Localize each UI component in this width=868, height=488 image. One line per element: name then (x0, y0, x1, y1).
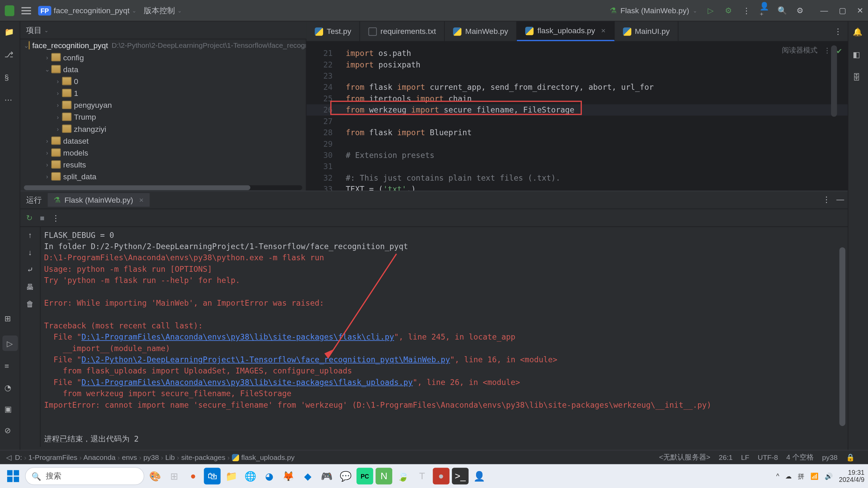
code-content[interactable]: import os.pathimport posixpath from flas… (346, 48, 826, 191)
tree-row[interactable]: ›Trump (20, 111, 306, 123)
run-button[interactable]: ▷ (706, 6, 715, 15)
more-tool-icon[interactable]: ⋯ (4, 95, 15, 106)
status-eol[interactable]: LF (741, 453, 749, 462)
taskbar-app5-icon[interactable]: 🍃 (395, 468, 411, 484)
taskbar-widgets-icon[interactable]: 🎨 (147, 468, 163, 484)
editor-tab[interactable]: MainWeb.py (445, 21, 517, 41)
tree-row[interactable]: ›0 (20, 75, 306, 87)
breadcrumb-item[interactable]: Lib (165, 453, 175, 462)
nav-back-icon[interactable]: ◁ (6, 453, 12, 462)
status-interpreter[interactable]: py38 (822, 453, 838, 462)
project-tree[interactable]: ⌄ face_recognition_pyqt D:\2-Python\2-De… (20, 39, 307, 191)
scroll-down-icon[interactable]: ↓ (28, 248, 32, 257)
services-icon[interactable]: ≡ (4, 362, 15, 372)
taskbar-store-icon[interactable]: 🛍 (204, 468, 220, 484)
project-tool-icon[interactable]: 📁 (4, 27, 15, 38)
expand-icon[interactable]: › (54, 78, 62, 84)
traceback-link[interactable]: D:\2-Python\2-DeepLearningProject\1-Tens… (81, 355, 450, 364)
taskbar-app3-icon[interactable]: 🎮 (318, 468, 335, 484)
taskbar-pycharm-icon[interactable]: PC (356, 468, 373, 484)
expand-icon[interactable]: › (54, 102, 62, 108)
analysis-ok-icon[interactable]: ✔ (837, 46, 842, 55)
close-icon[interactable]: × (601, 26, 606, 35)
taskbar-chrome-icon[interactable]: 🌐 (242, 468, 259, 484)
expand-icon[interactable]: › (43, 173, 52, 180)
taskbar-wechat-icon[interactable]: 💬 (337, 468, 354, 484)
more-icon[interactable]: ⋮ (742, 6, 751, 15)
stop-button[interactable]: ■ (40, 213, 45, 222)
run-panel-hide-icon[interactable]: — (836, 195, 844, 204)
editor-vscroll[interactable] (831, 45, 837, 188)
breadcrumb-item[interactable]: py38 (143, 453, 159, 462)
lock-icon[interactable]: 🔒 (846, 453, 855, 462)
problems-icon[interactable]: ⊘ (4, 426, 15, 437)
tree-row[interactable]: ›split_data (20, 170, 306, 182)
tray-network-icon[interactable]: 📶 (810, 472, 819, 480)
breadcrumb-item[interactable]: D: (15, 453, 22, 462)
tree-row[interactable]: ›models (20, 147, 306, 159)
breadcrumb-item[interactable]: 1-ProgramFiles (28, 453, 77, 462)
status-indent[interactable]: 4 个空格 (786, 452, 814, 463)
vcs-menu[interactable]: 版本控制 ⌄ (144, 5, 182, 16)
hamburger-icon[interactable] (21, 6, 31, 15)
close-icon[interactable]: × (139, 196, 143, 204)
taskbar-terminal-icon[interactable]: >_ (452, 468, 469, 484)
minimize-button[interactable]: — (820, 6, 828, 15)
python-packages-icon[interactable]: ⊞ (4, 314, 15, 325)
start-button[interactable] (4, 467, 23, 486)
editor-tab[interactable]: flask_uploads.py× (517, 21, 614, 41)
expand-icon[interactable]: › (54, 114, 62, 120)
structure-tool-icon[interactable]: § (4, 73, 15, 84)
breadcrumb-item[interactable]: site-packages (181, 453, 225, 462)
python-console-icon[interactable]: ◔ (4, 383, 15, 394)
commit-tool-icon[interactable]: ⎇ (4, 50, 15, 61)
expand-icon[interactable]: › (54, 90, 62, 96)
database-icon[interactable]: 🗄 (853, 73, 864, 84)
close-button[interactable]: ✕ (857, 6, 863, 15)
tree-row[interactable]: ⌄data (20, 63, 306, 75)
run-config-selector[interactable]: ⚗ Flask (MainWeb.py) ⌄ (610, 6, 697, 15)
expand-icon[interactable]: › (54, 125, 62, 132)
status-position[interactable]: 26:1 (719, 453, 733, 462)
tree-root[interactable]: ⌄ face_recognition_pyqt D:\2-Python\2-De… (20, 39, 306, 51)
print-icon[interactable]: 🖶 (26, 282, 34, 291)
editor-tab[interactable]: MainUI.py (614, 21, 678, 41)
tree-hscroll[interactable] (24, 185, 302, 190)
taskbar-app7-icon[interactable]: ● (433, 468, 449, 484)
breadcrumb-item[interactable]: flask_uploads.py (232, 453, 294, 462)
tree-row[interactable]: ›dataset (20, 135, 306, 146)
taskbar-search[interactable]: 🔍 搜索 (25, 467, 144, 485)
debug-button[interactable]: ⚙ (724, 6, 733, 15)
expand-icon[interactable]: › (43, 149, 52, 156)
taskbar-taskview-icon[interactable]: ⊞ (166, 468, 182, 484)
terminal-icon[interactable]: ▣ (4, 405, 15, 415)
status-encoding[interactable]: UTF-8 (758, 453, 778, 462)
taskbar-app-icon[interactable]: ● (185, 468, 201, 484)
code-with-me-icon[interactable]: 👤⁺ (760, 6, 769, 15)
ai-assist-icon[interactable]: ◧ (853, 50, 864, 61)
project-selector[interactable]: FP face_recognition_pyqt ⌄ (38, 6, 137, 15)
tray-volume-icon[interactable]: 🔊 (825, 472, 833, 480)
taskbar-edge-icon[interactable]: ◕ (261, 468, 278, 484)
taskbar-app2-icon[interactable]: ◆ (299, 468, 316, 484)
run-tool-icon[interactable]: ▷ (2, 336, 18, 351)
expand-icon[interactable]: › (43, 137, 52, 144)
run-more-icon[interactable]: ⋮ (52, 213, 60, 222)
taskbar-app6-icon[interactable]: T (414, 468, 430, 484)
settings-icon[interactable]: ⚙ (795, 6, 805, 15)
rerun-button[interactable]: ↻ (26, 213, 33, 222)
maximize-button[interactable]: ▢ (839, 6, 846, 15)
taskbar-firefox-icon[interactable]: 🦊 (280, 468, 297, 484)
taskbar-app4-icon[interactable]: N (376, 468, 392, 484)
breadcrumb-item[interactable]: Anaconda (83, 453, 116, 462)
scroll-up-icon[interactable]: ↑ (28, 230, 32, 239)
taskbar-avatar-icon[interactable]: 👤 (471, 468, 488, 484)
editor-tab[interactable]: requirements.txt (360, 21, 445, 41)
traceback-link[interactable]: D:\1-ProgramFiles\Anaconda\envs\py38\lib… (81, 332, 394, 341)
tray-lang-icon[interactable]: 拼 (798, 472, 804, 481)
dropdown-icon[interactable]: ⋮ (824, 46, 831, 55)
notifications-icon[interactable]: 🔔 (853, 27, 864, 38)
tree-row[interactable]: ›config (20, 51, 306, 63)
expand-icon[interactable]: › (43, 54, 52, 60)
editor-tab[interactable]: Test.py (307, 21, 360, 41)
